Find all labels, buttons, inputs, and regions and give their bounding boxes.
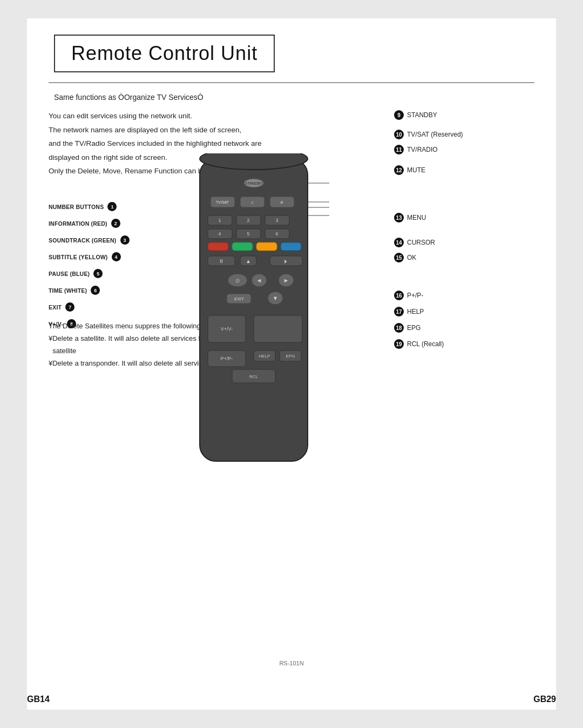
model-number: RS-101N	[279, 660, 303, 666]
right-label-row-17: 17 HELP	[394, 307, 534, 316]
left-label-text-3: SOUNDTRACK (GREEN)	[49, 237, 118, 244]
title-box: Remote Control Unit	[54, 35, 275, 72]
badge-19: 19	[394, 339, 404, 349]
badge-3: 3	[120, 235, 130, 245]
svg-text:►: ►	[283, 277, 289, 284]
right-label-text-9: STANDBY	[407, 111, 437, 119]
svg-text:HELP: HELP	[259, 354, 270, 359]
left-label-row-2: INFORMATION (RED) 2	[49, 219, 157, 228]
svg-text:1: 1	[218, 218, 221, 223]
svg-rect-24	[256, 242, 277, 251]
right-label-text-15: OK	[407, 254, 416, 261]
page: Remote Control Unit Same functions as ÒO…	[27, 18, 556, 710]
footer-left: GB14	[27, 695, 50, 704]
svg-text:⏵: ⏵	[283, 258, 289, 264]
svg-text:TV/SAT: TV/SAT	[216, 200, 229, 204]
right-label-text-17: HELP	[407, 308, 424, 315]
svg-text:4: 4	[218, 231, 221, 237]
body-line-2: The network names are displayed on the l…	[49, 124, 313, 136]
badge-15: 15	[394, 253, 404, 262]
right-label-row-13: 13 MENU	[394, 213, 534, 223]
left-labels: NUMBER BUTTONS 1 INFORMATION (RED) 2 SOU…	[49, 202, 157, 336]
right-label-row-12: 12 MUTE	[394, 165, 534, 175]
right-label-row-11: 11 TV/RADIO	[394, 145, 534, 154]
svg-text:EPG: EPG	[286, 354, 295, 359]
badge-2: 2	[111, 219, 120, 228]
right-label-text-19: RCL (Recall)	[407, 340, 444, 348]
remote-illustration: STANDBY TV/SAT ♫ ⊘ 1 2 3 4 5	[157, 153, 351, 467]
svg-rect-22	[208, 242, 228, 251]
left-label-text-6: TIME (WHITE)	[49, 287, 89, 294]
left-label-text-5: PAUSE (BLUE)	[49, 271, 91, 277]
right-label-row-9: 9 STANDBY	[394, 110, 534, 120]
svg-text:⏸: ⏸	[219, 258, 224, 264]
footer-area: GB14 GB29	[27, 695, 556, 704]
right-label-row-10: 10 TV/SAT (Reserved)	[394, 130, 534, 139]
badge-17: 17	[394, 307, 404, 316]
right-label-text-13: MENU	[407, 214, 426, 221]
badge-1: 1	[107, 202, 117, 211]
svg-text:♫: ♫	[250, 200, 253, 204]
svg-text:3: 3	[275, 218, 278, 223]
right-label-text-14: CURSOR	[407, 239, 435, 246]
right-label-row-14: 14 CURSOR	[394, 238, 534, 247]
badge-13: 13	[394, 213, 404, 223]
divider	[49, 82, 534, 83]
right-label-text-16: P+/P-	[407, 292, 423, 299]
svg-text:5: 5	[247, 231, 249, 237]
right-labels: 9 STANDBY 10 TV/SAT (Reserved) 11 TV/RAD…	[394, 110, 534, 354]
left-label-row-4: SUBTITLE (YELLOW) 4	[49, 252, 157, 261]
svg-text:EXIT: EXIT	[234, 296, 244, 301]
badge-7: 7	[65, 302, 74, 312]
left-label-row-3: SOUNDTRACK (GREEN) 3	[49, 235, 157, 245]
right-label-text-12: MUTE	[407, 166, 425, 174]
right-label-text-11: TV/RADIO	[407, 146, 438, 153]
badge-11: 11	[394, 145, 404, 154]
left-label-row-7: EXIT 7	[49, 302, 157, 312]
badge-18: 18	[394, 323, 404, 333]
left-label-text-1: NUMBER BUTTONS	[49, 204, 105, 210]
body-line-1: You can edit services using the network …	[49, 110, 313, 122]
badge-5: 5	[93, 269, 103, 278]
right-label-row-18: 18 EPG	[394, 323, 534, 333]
right-label-row-16: 16 P+/P-	[394, 291, 534, 300]
right-label-row-15: 15 OK	[394, 253, 534, 262]
svg-text:STANDBY: STANDBY	[245, 181, 263, 185]
footer-right: GB29	[533, 695, 556, 704]
right-label-text-10: TV/SAT (Reserved)	[407, 131, 463, 138]
left-label-text-7: EXIT	[49, 304, 63, 311]
right-label-row-19: 19 RCL (Recall)	[394, 339, 534, 349]
svg-text:V+/V-: V+/V-	[221, 326, 233, 332]
body-line-3: and the TV/Radio Services included in th…	[49, 138, 313, 150]
svg-rect-23	[232, 242, 253, 251]
svg-text:⊘: ⊘	[280, 200, 283, 204]
left-label-row-1: NUMBER BUTTONS 1	[49, 202, 157, 211]
svg-text:▲: ▲	[246, 258, 251, 264]
left-label-row-6: TIME (WHITE) 6	[49, 286, 157, 295]
svg-text:2: 2	[247, 218, 249, 223]
badge-4: 4	[112, 252, 121, 261]
left-label-text-4: SUBTITLE (YELLOW)	[49, 254, 110, 260]
badge-6: 6	[91, 286, 100, 295]
badge-9: 9	[394, 110, 404, 120]
content-area: You can edit services using the network …	[49, 110, 534, 488]
left-label-row-5: PAUSE (BLUE) 5	[49, 269, 157, 278]
badge-16: 16	[394, 291, 404, 300]
svg-text:◄: ◄	[256, 277, 262, 284]
svg-text:⊙: ⊙	[235, 278, 240, 284]
svg-text:RCL: RCL	[249, 374, 259, 379]
svg-text:▼: ▼	[273, 295, 279, 301]
svg-rect-44	[254, 315, 302, 342]
badge-14: 14	[394, 238, 404, 247]
svg-text:P+/P-: P+/P-	[221, 356, 233, 361]
page-title: Remote Control Unit	[71, 42, 257, 65]
left-label-text-2: INFORMATION (RED)	[49, 220, 109, 227]
intro-text: Same functions as ÒOrganize TV ServicesÓ	[54, 93, 534, 102]
svg-rect-25	[281, 242, 301, 251]
right-label-text-18: EPG	[407, 324, 421, 332]
badge-12: 12	[394, 165, 404, 175]
badge-10: 10	[394, 130, 404, 139]
svg-text:6: 6	[275, 231, 278, 237]
